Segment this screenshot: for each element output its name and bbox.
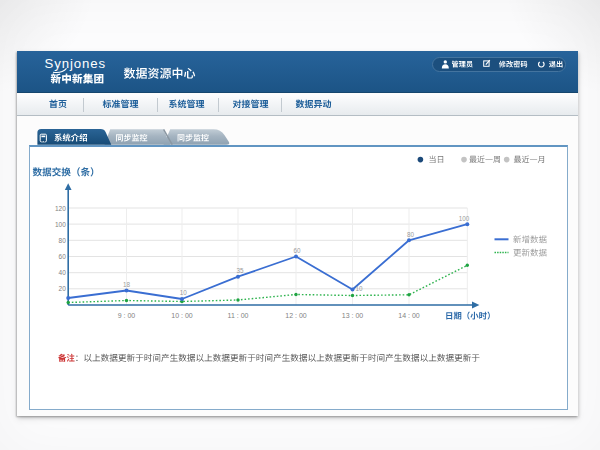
svg-text:80: 80 — [59, 237, 67, 244]
svg-text:80: 80 — [407, 231, 415, 238]
svg-text:12 : 00: 12 : 00 — [285, 312, 307, 319]
svg-text:10 : 00: 10 : 00 — [171, 312, 193, 319]
svg-text:100: 100 — [55, 221, 66, 228]
svg-text:9 : 00: 9 : 00 — [118, 312, 136, 319]
svg-text:40: 40 — [59, 269, 67, 276]
svg-text:13 : 00: 13 : 00 — [342, 312, 364, 319]
svg-text:14 : 00: 14 : 00 — [398, 312, 420, 319]
svg-text:120: 120 — [55, 205, 66, 212]
svg-text:Synjones: Synjones — [45, 56, 106, 71]
svg-text:18: 18 — [123, 281, 131, 288]
svg-text:20: 20 — [59, 285, 67, 292]
svg-text:35: 35 — [237, 267, 245, 274]
svg-text:60: 60 — [293, 247, 301, 254]
svg-text:10: 10 — [180, 289, 188, 296]
svg-text:100: 100 — [459, 215, 470, 222]
svg-text:10: 10 — [355, 285, 363, 292]
svg-text:11 : 00: 11 : 00 — [228, 312, 249, 319]
svg-text:60: 60 — [59, 253, 67, 260]
